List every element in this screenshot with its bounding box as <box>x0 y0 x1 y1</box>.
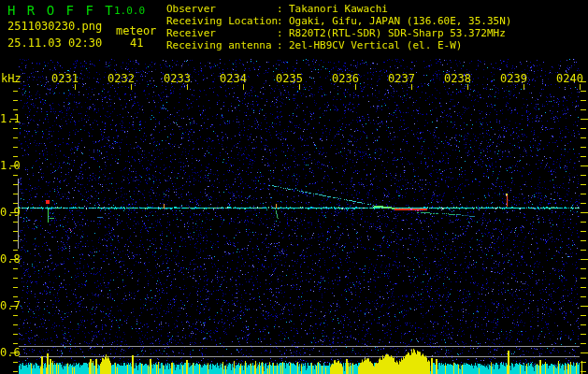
info-label: Receiver <box>166 28 277 39</box>
info-row-location: Receiving Location:Ogaki, Gifu, JAPAN (1… <box>166 16 511 27</box>
time-axis-label: 0240 <box>556 73 582 85</box>
time-axis-label: 0236 <box>332 73 358 85</box>
time-axis-label: 0233 <box>164 73 190 85</box>
freq-axis-label: 0.9 <box>0 207 16 219</box>
freq-axis-label: 1.1 <box>0 113 16 125</box>
freq-axis-label: 0.8 <box>0 253 16 266</box>
freq-axis-unit-label: kHz <box>1 72 22 85</box>
info-label: Receiving antenna <box>166 40 277 51</box>
app-title: H R O F F T <box>7 3 115 18</box>
hrofft-output-image: H R O F F T 1.0.0 2511030230.png meteor … <box>0 0 588 374</box>
info-colon: : <box>277 28 289 39</box>
app-version: 1.0.0 <box>114 5 145 17</box>
info-label: Receiving Location <box>166 16 277 27</box>
mode-label: meteor <box>116 24 156 37</box>
time-axis-label: 0234 <box>220 73 246 85</box>
info-value: R820T2(RTL-SDR) SDR-Sharp 53.372MHz <box>289 28 506 39</box>
info-label: Observer <box>166 4 277 15</box>
info-row-receiver: Receiver:R820T2(RTL-SDR) SDR-Sharp 53.37… <box>166 28 506 39</box>
info-colon: : <box>277 40 289 51</box>
time-axis-label: 0237 <box>388 73 414 85</box>
info-value: Ogaki, Gifu, JAPAN (136.60E, 35.35N) <box>289 16 511 27</box>
info-colon: : <box>277 16 289 27</box>
time-axis-label: 0235 <box>276 73 302 85</box>
date-time: 25.11.03 02:30 <box>7 36 102 50</box>
freq-axis-label: 0.6 <box>0 347 16 359</box>
output-filename: 2511030230.png <box>7 20 102 33</box>
info-row-observer: Observer:Takanori Kawachi <box>166 4 388 15</box>
meteor-count: 41 <box>130 36 143 50</box>
info-value: Takanori Kawachi <box>289 4 388 15</box>
freq-axis-label: 1.0 <box>0 160 16 172</box>
freq-axis-label: 0.7 <box>0 300 16 312</box>
info-colon: : <box>277 4 289 15</box>
time-axis-label: 0232 <box>108 73 134 85</box>
time-axis-label: 0238 <box>444 73 470 85</box>
time-axis-label: 0231 <box>51 73 78 85</box>
info-value: 2el-HB9CV Vertical (el. E-W) <box>289 40 462 51</box>
time-axis-label: 0239 <box>500 73 526 85</box>
info-row-antenna: Receiving antenna:2el-HB9CV Vertical (el… <box>166 40 462 51</box>
spectrogram-canvas <box>0 0 588 374</box>
